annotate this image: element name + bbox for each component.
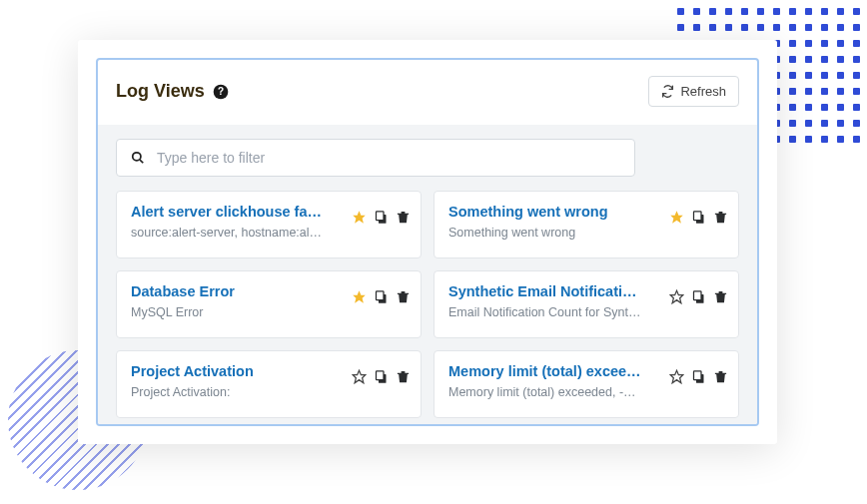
- refresh-label: Refresh: [680, 84, 726, 99]
- card-title[interactable]: Project Activation: [131, 363, 324, 379]
- star-icon[interactable]: [669, 369, 684, 384]
- card-title[interactable]: Synthetic Email Notifications: [448, 283, 641, 299]
- content-area: Alert server clickhouse failuresource:al…: [98, 125, 757, 426]
- window: Log Views ? Refresh Alert server clickho…: [78, 40, 777, 444]
- svg-rect-18: [377, 371, 385, 380]
- page-title-text: Log Views: [116, 81, 205, 102]
- card-title[interactable]: Something went wrong: [448, 204, 641, 220]
- copy-icon[interactable]: [691, 289, 706, 304]
- trash-icon[interactable]: [713, 210, 728, 225]
- star-icon[interactable]: [352, 210, 367, 225]
- trash-icon[interactable]: [396, 289, 411, 304]
- copy-icon[interactable]: [374, 210, 389, 225]
- search-icon: [131, 151, 145, 165]
- star-icon[interactable]: [669, 289, 684, 304]
- svg-rect-12: [377, 291, 385, 300]
- card-actions: [669, 210, 728, 225]
- star-icon[interactable]: [669, 210, 684, 225]
- card-description: Project Activation:: [131, 385, 324, 399]
- card-actions: [669, 369, 728, 384]
- card-description: Something went wrong: [448, 226, 641, 240]
- svg-marker-13: [670, 290, 683, 303]
- svg-marker-4: [353, 211, 366, 224]
- refresh-button[interactable]: Refresh: [648, 76, 739, 107]
- svg-rect-9: [694, 212, 702, 221]
- svg-marker-10: [353, 290, 366, 303]
- card-description: source:alert-server, hostname:aler…: [131, 226, 324, 240]
- help-icon[interactable]: ?: [213, 83, 230, 100]
- filter-box[interactable]: [116, 139, 635, 177]
- trash-icon[interactable]: [396, 210, 411, 225]
- card-title[interactable]: Database Error: [131, 283, 324, 299]
- svg-text:?: ?: [218, 86, 224, 97]
- log-view-card[interactable]: Alert server clickhouse failuresource:al…: [116, 191, 422, 258]
- log-view-card[interactable]: Synthetic Email NotificationsEmail Notif…: [434, 270, 739, 338]
- star-icon[interactable]: [352, 369, 367, 384]
- card-actions: [352, 289, 411, 304]
- filter-input[interactable]: [157, 150, 620, 166]
- cards-grid: Alert server clickhouse failuresource:al…: [116, 191, 739, 418]
- card-title[interactable]: Memory limit (total) exceeded: [448, 363, 641, 379]
- card-actions: [669, 289, 728, 304]
- log-view-card[interactable]: Memory limit (total) exceededMemory limi…: [434, 350, 739, 418]
- trash-icon[interactable]: [396, 369, 411, 384]
- trash-icon[interactable]: [713, 289, 728, 304]
- trash-icon[interactable]: [713, 369, 728, 384]
- copy-icon[interactable]: [374, 369, 389, 384]
- card-description: Email Notification Count for Synth…: [448, 305, 641, 319]
- svg-point-2: [133, 153, 141, 161]
- copy-icon[interactable]: [374, 289, 389, 304]
- page-title: Log Views ?: [116, 81, 230, 102]
- svg-marker-19: [670, 370, 683, 383]
- svg-line-3: [140, 160, 143, 163]
- card-actions: [352, 210, 411, 225]
- svg-marker-16: [353, 370, 366, 383]
- star-icon[interactable]: [352, 289, 367, 304]
- copy-icon[interactable]: [691, 210, 706, 225]
- svg-rect-15: [694, 291, 702, 300]
- card-description: MySQL Error: [131, 305, 324, 319]
- card-title[interactable]: Alert server clickhouse failure: [131, 204, 324, 220]
- card-description: Memory limit (total) exceeded, -ho…: [448, 385, 641, 399]
- refresh-icon: [661, 85, 674, 98]
- log-view-card[interactable]: Database ErrorMySQL Error: [116, 270, 422, 338]
- svg-rect-6: [377, 212, 385, 221]
- panel: Log Views ? Refresh Alert server clickho…: [96, 58, 759, 426]
- log-view-card[interactable]: Project ActivationProject Activation:: [116, 350, 422, 418]
- card-actions: [352, 369, 411, 384]
- log-view-card[interactable]: Something went wrongSomething went wrong: [434, 191, 739, 258]
- copy-icon[interactable]: [691, 369, 706, 384]
- header: Log Views ? Refresh: [116, 76, 739, 107]
- svg-marker-7: [670, 211, 683, 224]
- svg-rect-21: [694, 371, 702, 380]
